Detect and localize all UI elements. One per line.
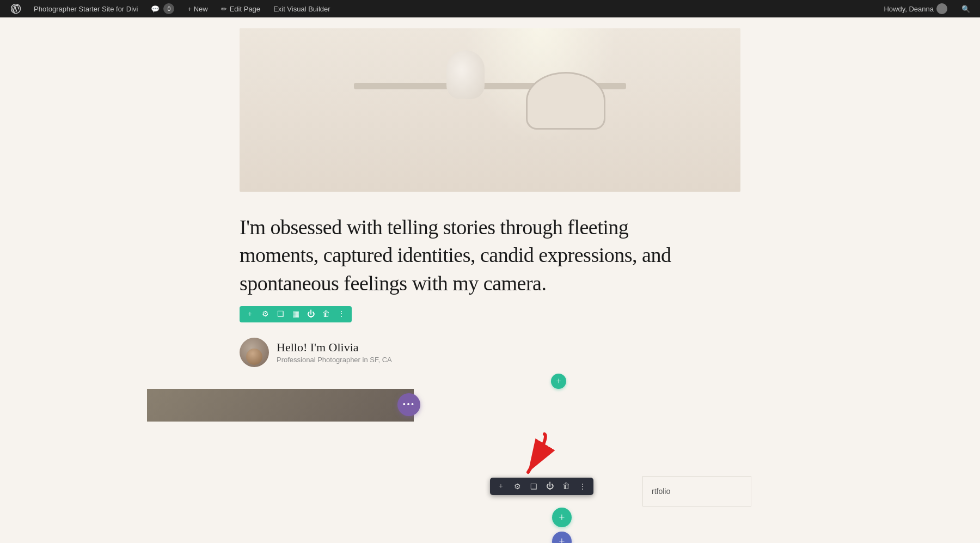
settings-button-teal[interactable]: ⚙ bbox=[259, 308, 271, 320]
duplicate-button-dark[interactable]: ❑ bbox=[527, 480, 540, 493]
exit-vb-button[interactable]: Exit Visual Builder bbox=[267, 0, 337, 17]
grid-button-teal[interactable]: ▦ bbox=[290, 308, 302, 320]
add-section-button[interactable]: + bbox=[552, 508, 572, 527]
power-button-dark[interactable]: ⏻ bbox=[543, 480, 556, 493]
plus-icon-small: + bbox=[556, 376, 561, 386]
chair-element bbox=[515, 72, 613, 192]
module-toolbar-teal: + ⚙ ❑ ▦ ⏻ 🗑 ⋮ bbox=[240, 306, 352, 322]
wordpress-icon bbox=[11, 4, 21, 14]
more-button-dark[interactable]: ⋮ bbox=[576, 480, 589, 493]
site-name-button[interactable]: Photographer Starter Site for Divi bbox=[27, 0, 144, 17]
add-section-buttons: + + bbox=[552, 508, 572, 543]
new-button[interactable]: + New bbox=[181, 0, 214, 17]
author-info: Hello! I'm Olivia Professional Photograp… bbox=[277, 340, 392, 364]
plus-icon-blue: + bbox=[559, 535, 565, 544]
new-label: + New bbox=[187, 5, 207, 13]
user-avatar bbox=[936, 3, 947, 14]
add-content-button[interactable]: + bbox=[551, 374, 566, 389]
author-row: Hello! I'm Olivia Professional Photograp… bbox=[240, 338, 740, 367]
author-avatar bbox=[240, 338, 269, 367]
power-button-teal[interactable]: ⏻ bbox=[305, 308, 317, 320]
author-title: Professional Photographer in SF, CA bbox=[277, 356, 392, 364]
delete-button-teal[interactable]: 🗑 bbox=[320, 308, 332, 320]
delete-button-dark[interactable]: 🗑 bbox=[560, 480, 573, 493]
main-quote: I'm obsessed with telling stories throug… bbox=[240, 213, 708, 297]
exit-vb-label: Exit Visual Builder bbox=[273, 5, 330, 13]
search-icon: 🔍 bbox=[961, 5, 970, 13]
module-toolbar-dark: + ⚙ ❑ ⏻ 🗑 ⋮ bbox=[490, 478, 593, 495]
comments-button[interactable]: 💬 0 bbox=[144, 0, 181, 17]
howdy-label: Howdy, Deanna bbox=[884, 5, 934, 13]
hero-image-container bbox=[0, 17, 980, 192]
partial-nav-strip: rtfolio bbox=[642, 476, 751, 507]
plus-icon: + bbox=[559, 511, 565, 524]
add-module-button[interactable]: + bbox=[244, 308, 256, 320]
add-module-button-dark[interactable]: + bbox=[494, 480, 507, 493]
more-button-teal[interactable]: ⋮ bbox=[335, 308, 347, 320]
wp-logo-button[interactable] bbox=[4, 0, 27, 17]
adminbar-right: Howdy, Deanna 🔍 bbox=[877, 0, 976, 17]
edit-icon: ✏ bbox=[221, 5, 227, 13]
vase-element bbox=[446, 50, 485, 99]
admin-bar: Photographer Starter Site for Divi 💬 0 +… bbox=[0, 0, 980, 17]
edit-page-button[interactable]: ✏ Edit Page bbox=[215, 0, 267, 17]
duplicate-button-teal[interactable]: ❑ bbox=[274, 308, 286, 320]
portfolio-thumb bbox=[147, 389, 414, 422]
settings-button-dark[interactable]: ⚙ bbox=[511, 480, 524, 493]
three-dot-icon: ••• bbox=[403, 400, 415, 410]
edit-page-label: Edit Page bbox=[230, 5, 260, 13]
comment-icon: 💬 bbox=[151, 5, 160, 13]
text-section: I'm obsessed with telling stories throug… bbox=[229, 192, 751, 378]
three-dot-menu-button[interactable]: ••• bbox=[397, 393, 420, 416]
page-content: I'm obsessed with telling stories throug… bbox=[0, 17, 980, 543]
hero-image bbox=[240, 28, 740, 192]
search-button[interactable]: 🔍 bbox=[956, 0, 976, 17]
bottom-photos-section: ••• bbox=[0, 389, 980, 422]
comment-count: 0 bbox=[163, 3, 174, 14]
author-name: Hello! I'm Olivia bbox=[277, 340, 392, 355]
site-name-label: Photographer Starter Site for Divi bbox=[34, 5, 138, 13]
partial-strip-label: rtfolio bbox=[652, 487, 670, 496]
adminbar-left: Photographer Starter Site for Divi 💬 0 +… bbox=[4, 0, 877, 17]
add-row-button[interactable]: + bbox=[552, 532, 572, 543]
howdy-button[interactable]: Howdy, Deanna bbox=[877, 0, 954, 17]
